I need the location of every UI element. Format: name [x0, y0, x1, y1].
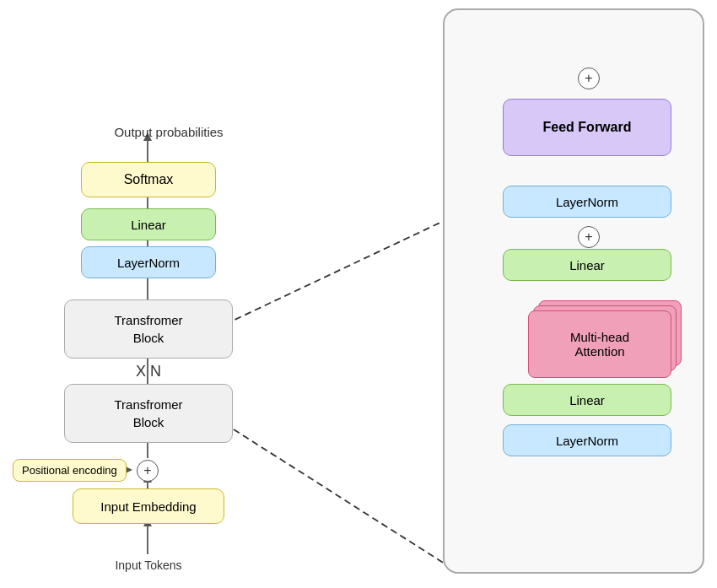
plus-circle-mid-right: + — [578, 226, 600, 248]
linear-top-box: Linear — [81, 208, 216, 240]
multihead-attention-box: Multi-head Attention — [528, 310, 671, 378]
xn-label: X N — [64, 363, 233, 380]
layernorm-right-bottom: LayerNorm — [503, 424, 671, 456]
plus-circle-pos-enc: + — [137, 460, 159, 482]
diagram-container: Output probabilities Softmax Linear Laye… — [0, 0, 717, 588]
softmax-box: Softmax — [81, 162, 216, 197]
transformer-block-2: Transfromer Block — [64, 384, 233, 443]
svg-line-44 — [215, 219, 447, 329]
right-panel — [443, 8, 704, 574]
linear-right-bottom: Linear — [503, 384, 671, 416]
svg-line-45 — [215, 418, 447, 565]
layernorm-right-top: LayerNorm — [503, 186, 671, 218]
layernorm-top-box: LayerNorm — [81, 246, 216, 278]
plus-circle-top-right: + — [578, 67, 600, 89]
transformer-block-1: Transfromer Block — [64, 299, 233, 359]
input-embedding-box: Input Embedding — [73, 488, 224, 524]
output-prob-label: Output probabilities — [93, 125, 245, 140]
input-tokens-label: Input Tokens — [89, 558, 208, 573]
feedforward-box: Feed Forward — [503, 99, 671, 156]
linear-right-top: Linear — [503, 249, 671, 281]
positional-encoding-box: Positional encoding — [13, 459, 127, 482]
